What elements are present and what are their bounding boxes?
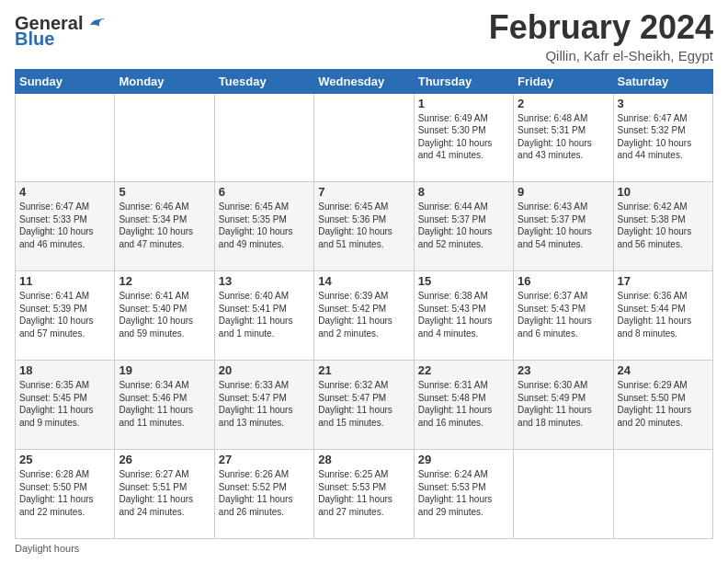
day-number: 24 — [618, 363, 709, 377]
day-number: 12 — [119, 274, 210, 288]
day-info: Sunrise: 6:27 AM Sunset: 5:51 PM Dayligh… — [119, 468, 210, 518]
day-info: Sunrise: 6:26 AM Sunset: 5:52 PM Dayligh… — [219, 468, 310, 518]
header: General Blue February 2024 Qillin, Kafr … — [15, 9, 713, 63]
calendar-cell: 17Sunrise: 6:36 AM Sunset: 5:44 PM Dayli… — [613, 271, 712, 361]
calendar-cell — [115, 93, 214, 182]
calendar-cell — [314, 93, 414, 182]
calendar-cell: 21Sunrise: 6:32 AM Sunset: 5:47 PM Dayli… — [314, 361, 414, 450]
calendar-cell: 5Sunrise: 6:46 AM Sunset: 5:34 PM Daylig… — [115, 182, 214, 271]
day-number: 9 — [518, 185, 609, 199]
location: Qillin, Kafr el-Sheikh, Egypt — [489, 48, 713, 63]
day-number: 13 — [219, 274, 310, 288]
day-number: 15 — [418, 274, 509, 288]
day-info: Sunrise: 6:44 AM Sunset: 5:37 PM Dayligh… — [418, 201, 509, 250]
calendar-cell: 26Sunrise: 6:27 AM Sunset: 5:51 PM Dayli… — [115, 450, 214, 539]
calendar-week-row: 4Sunrise: 6:47 AM Sunset: 5:33 PM Daylig… — [16, 182, 713, 271]
calendar-cell: 27Sunrise: 6:26 AM Sunset: 5:52 PM Dayli… — [214, 450, 313, 539]
day-info: Sunrise: 6:32 AM Sunset: 5:47 PM Dayligh… — [318, 379, 409, 429]
day-info: Sunrise: 6:47 AM Sunset: 5:33 PM Dayligh… — [19, 201, 110, 250]
day-number: 16 — [518, 274, 609, 288]
day-info: Sunrise: 6:38 AM Sunset: 5:43 PM Dayligh… — [418, 290, 509, 339]
calendar-cell: 28Sunrise: 6:25 AM Sunset: 5:53 PM Dayli… — [314, 450, 414, 539]
calendar-week-row: 25Sunrise: 6:28 AM Sunset: 5:50 PM Dayli… — [16, 450, 713, 539]
calendar-cell: 10Sunrise: 6:42 AM Sunset: 5:38 PM Dayli… — [613, 182, 712, 271]
calendar-week-row: 1Sunrise: 6:49 AM Sunset: 5:30 PM Daylig… — [16, 93, 713, 182]
day-info: Sunrise: 6:29 AM Sunset: 5:50 PM Dayligh… — [618, 379, 709, 429]
day-number: 2 — [518, 97, 609, 110]
day-info: Sunrise: 6:39 AM Sunset: 5:42 PM Dayligh… — [318, 290, 409, 339]
day-number: 27 — [219, 453, 310, 466]
daylight-label: Daylight hours — [15, 543, 79, 554]
day-info: Sunrise: 6:24 AM Sunset: 5:53 PM Dayligh… — [418, 468, 509, 518]
calendar-week-row: 18Sunrise: 6:35 AM Sunset: 5:45 PM Dayli… — [16, 361, 713, 450]
calendar-week-row: 11Sunrise: 6:41 AM Sunset: 5:39 PM Dayli… — [16, 271, 713, 361]
calendar-cell — [613, 450, 712, 539]
day-number: 8 — [418, 185, 509, 199]
calendar-cell: 23Sunrise: 6:30 AM Sunset: 5:49 PM Dayli… — [514, 361, 613, 450]
calendar-cell: 9Sunrise: 6:43 AM Sunset: 5:37 PM Daylig… — [514, 182, 613, 271]
logo-bird-icon — [85, 13, 105, 33]
day-info: Sunrise: 6:37 AM Sunset: 5:43 PM Dayligh… — [518, 290, 609, 339]
day-info: Sunrise: 6:43 AM Sunset: 5:37 PM Dayligh… — [518, 201, 609, 250]
day-info: Sunrise: 6:34 AM Sunset: 5:46 PM Dayligh… — [119, 379, 210, 429]
calendar-cell: 1Sunrise: 6:49 AM Sunset: 5:30 PM Daylig… — [414, 93, 513, 182]
calendar-header-cell: Wednesday — [314, 69, 414, 93]
day-info: Sunrise: 6:47 AM Sunset: 5:32 PM Dayligh… — [618, 112, 709, 162]
day-info: Sunrise: 6:41 AM Sunset: 5:39 PM Dayligh… — [19, 290, 110, 339]
day-info: Sunrise: 6:49 AM Sunset: 5:30 PM Dayligh… — [418, 112, 509, 162]
calendar-cell: 8Sunrise: 6:44 AM Sunset: 5:37 PM Daylig… — [414, 182, 513, 271]
day-number: 26 — [119, 453, 210, 466]
day-number: 6 — [219, 185, 310, 199]
calendar-cell: 11Sunrise: 6:41 AM Sunset: 5:39 PM Dayli… — [16, 271, 115, 361]
calendar-cell: 20Sunrise: 6:33 AM Sunset: 5:47 PM Dayli… — [214, 361, 313, 450]
calendar-cell: 29Sunrise: 6:24 AM Sunset: 5:53 PM Dayli… — [414, 450, 513, 539]
day-number: 4 — [19, 185, 110, 199]
day-info: Sunrise: 6:35 AM Sunset: 5:45 PM Dayligh… — [19, 379, 110, 429]
day-number: 7 — [318, 185, 409, 199]
calendar-cell: 25Sunrise: 6:28 AM Sunset: 5:50 PM Dayli… — [16, 450, 115, 539]
day-info: Sunrise: 6:31 AM Sunset: 5:48 PM Dayligh… — [418, 379, 509, 429]
day-number: 22 — [418, 363, 509, 377]
day-info: Sunrise: 6:42 AM Sunset: 5:38 PM Dayligh… — [618, 201, 709, 250]
calendar-cell: 22Sunrise: 6:31 AM Sunset: 5:48 PM Dayli… — [414, 361, 513, 450]
calendar-header-cell: Saturday — [613, 69, 712, 93]
footer-note: Daylight hours — [15, 543, 713, 554]
day-info: Sunrise: 6:36 AM Sunset: 5:44 PM Dayligh… — [618, 290, 709, 339]
day-number: 17 — [618, 274, 709, 288]
day-info: Sunrise: 6:25 AM Sunset: 5:53 PM Dayligh… — [318, 468, 409, 518]
calendar-cell — [16, 93, 115, 182]
calendar-cell: 24Sunrise: 6:29 AM Sunset: 5:50 PM Dayli… — [613, 361, 712, 450]
day-info: Sunrise: 6:48 AM Sunset: 5:31 PM Dayligh… — [518, 112, 609, 162]
logo-blue-text: Blue — [15, 29, 54, 48]
calendar-cell — [214, 93, 313, 182]
calendar-header-cell: Monday — [115, 69, 214, 93]
calendar-cell: 16Sunrise: 6:37 AM Sunset: 5:43 PM Dayli… — [514, 271, 613, 361]
day-number: 3 — [618, 97, 709, 110]
calendar-cell — [514, 450, 613, 539]
day-info: Sunrise: 6:33 AM Sunset: 5:47 PM Dayligh… — [219, 379, 310, 429]
calendar-cell: 19Sunrise: 6:34 AM Sunset: 5:46 PM Dayli… — [115, 361, 214, 450]
day-number: 21 — [318, 363, 409, 377]
calendar-cell: 14Sunrise: 6:39 AM Sunset: 5:42 PM Dayli… — [314, 271, 414, 361]
day-number: 25 — [19, 453, 110, 466]
logo: General Blue — [15, 13, 105, 48]
day-number: 10 — [618, 185, 709, 199]
day-info: Sunrise: 6:41 AM Sunset: 5:40 PM Dayligh… — [119, 290, 210, 339]
day-number: 18 — [19, 363, 110, 377]
calendar-cell: 3Sunrise: 6:47 AM Sunset: 5:32 PM Daylig… — [613, 93, 712, 182]
day-number: 1 — [418, 97, 509, 110]
day-number: 20 — [219, 363, 310, 377]
day-info: Sunrise: 6:40 AM Sunset: 5:41 PM Dayligh… — [219, 290, 310, 339]
calendar-body: 1Sunrise: 6:49 AM Sunset: 5:30 PM Daylig… — [16, 93, 713, 538]
calendar-cell: 6Sunrise: 6:45 AM Sunset: 5:35 PM Daylig… — [214, 182, 313, 271]
calendar-cell: 2Sunrise: 6:48 AM Sunset: 5:31 PM Daylig… — [514, 93, 613, 182]
day-number: 19 — [119, 363, 210, 377]
calendar-header-row: SundayMondayTuesdayWednesdayThursdayFrid… — [16, 69, 713, 93]
calendar-header-cell: Tuesday — [214, 69, 313, 93]
calendar-cell: 4Sunrise: 6:47 AM Sunset: 5:33 PM Daylig… — [16, 182, 115, 271]
day-number: 11 — [19, 274, 110, 288]
day-number: 28 — [318, 453, 409, 466]
calendar-cell: 12Sunrise: 6:41 AM Sunset: 5:40 PM Dayli… — [115, 271, 214, 361]
day-info: Sunrise: 6:45 AM Sunset: 5:36 PM Dayligh… — [318, 201, 409, 250]
calendar-header-cell: Thursday — [414, 69, 513, 93]
